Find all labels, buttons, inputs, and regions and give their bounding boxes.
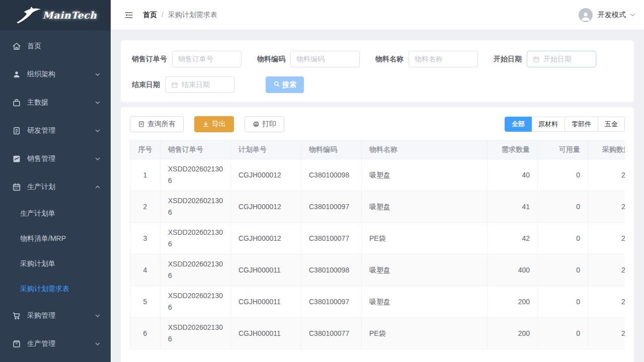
text-input[interactable]: 销售订单号 — [172, 51, 242, 67]
sidebar-item[interactable]: 首页 — [0, 32, 111, 60]
avatar — [579, 8, 593, 22]
sidebar-item[interactable]: 研发管理 — [0, 117, 111, 145]
cell-material_code: C380100097 — [301, 286, 362, 318]
table-row[interactable]: 6XSDD2026021306CGJH000011C380100077PE袋20… — [130, 318, 625, 349]
category-tab[interactable]: 五金 — [598, 117, 625, 132]
sidebar-item[interactable]: 组织架构 — [0, 60, 111, 88]
column-header: 需求数量 — [488, 141, 538, 159]
category-tab[interactable]: 原材料 — [532, 117, 565, 132]
sidebar-subitem[interactable]: 采购计划单 — [0, 251, 111, 277]
cell-purchase_qty: 2 — [588, 191, 625, 223]
cell-purchase_qty: 2 — [588, 254, 625, 286]
cell-material_name: 吸塑盘 — [362, 254, 488, 286]
calendar-icon — [533, 56, 540, 63]
main-area: 首页/采购计划需求表 开发模式 销售订单号销售订单号物料编码物料编码物料名称物料… — [111, 0, 644, 362]
category-tab[interactable]: 全部 — [505, 117, 532, 132]
category-tab[interactable]: 零部件 — [565, 117, 598, 132]
cell-sales_order_no: XSDD2026021306 — [160, 159, 231, 191]
filter-row-1: 销售订单号销售订单号物料编码物料编码物料名称物料名称开始日期开始日期 — [132, 51, 623, 67]
cell-sales_order_no: XSDD2026021306 — [160, 191, 231, 223]
table-body: 1XSDD2026021306CGJH000012C380100098吸塑盘40… — [130, 159, 625, 349]
sidebar-subitem[interactable]: 采购计划需求表 — [0, 277, 111, 302]
table-row[interactable]: 2XSDD2026021306CGJH000012C380100097吸塑盘41… — [130, 191, 625, 223]
sidebar-item-label: 主数据 — [27, 98, 95, 107]
user-icon — [12, 70, 21, 79]
chevron-down-icon — [629, 12, 636, 18]
table-row[interactable]: 3XSDD2026021306CGJH000012C380100077PE袋42… — [130, 223, 625, 254]
sidebar-subitem-label: 采购计划单 — [20, 259, 55, 268]
cell-available_qty: 0 — [538, 254, 588, 286]
filter-label: 开始日期 — [494, 55, 522, 64]
sidebar-item[interactable]: 主数据 — [0, 88, 111, 117]
sidebar-subitem[interactable]: 生产计划单 — [0, 201, 111, 226]
cell-material_code: C380100097 — [301, 191, 362, 223]
table-row[interactable]: 1XSDD2026021306CGJH000012C380100098吸塑盘40… — [130, 159, 625, 191]
sidebar-item-label: 采购管理 — [27, 311, 95, 320]
breadcrumb-home-link[interactable]: 首页 — [143, 11, 157, 19]
search-button[interactable]: 搜索 — [266, 76, 304, 93]
date-input[interactable]: 结束日期 — [165, 76, 234, 93]
export-label: 导出 — [212, 120, 226, 129]
cell-available_qty: 0 — [538, 223, 588, 254]
sidebar-collapse-icon[interactable] — [124, 10, 134, 20]
sidebar-subitem-label: 采购计划需求表 — [20, 285, 69, 294]
cell-sales_order_no: XSDD2026021306 — [160, 318, 231, 349]
column-header: 物料编码 — [301, 141, 362, 159]
query-all-button[interactable]: 查询所有 — [130, 116, 184, 132]
print-label: 打印 — [262, 120, 276, 129]
cell-seq: 3 — [130, 223, 160, 254]
sidebar-item[interactable]: 生产计划 — [0, 173, 111, 201]
input-placeholder: 物料名称 — [415, 55, 443, 64]
table-row[interactable]: 4XSDD2026021306CGJH000011C380100098吸塑盘40… — [130, 254, 625, 286]
cell-material_code: C380100077 — [301, 318, 362, 349]
cell-seq: 1 — [130, 159, 160, 191]
cell-seq: 5 — [130, 286, 160, 318]
cell-material_name: 吸塑盘 — [362, 286, 488, 318]
sidebar-subitem-label: 生产计划单 — [20, 209, 55, 218]
filter-group: 结束日期结束日期 — [132, 76, 234, 93]
page-content: 销售订单号销售订单号物料编码物料编码物料名称物料名称开始日期开始日期 结束日期结… — [111, 30, 644, 362]
sidebar-item[interactable]: 销售管理 — [0, 145, 111, 173]
printer-icon — [253, 121, 260, 128]
calendar-icon — [12, 183, 21, 192]
filter-group: 物料编码物料编码 — [257, 51, 360, 67]
cell-material_code: C380100098 — [301, 159, 362, 191]
cell-available_qty: 0 — [538, 191, 588, 223]
text-input[interactable]: 物料编码 — [290, 51, 360, 67]
date-input[interactable]: 开始日期 — [527, 51, 596, 67]
sidebar-subitem[interactable]: 物料清单/MRP — [0, 226, 111, 251]
sidebar-item[interactable]: 生产管理 — [0, 330, 111, 358]
table-row[interactable]: 5XSDD2026021306CGJH000011C380100097吸塑盘20… — [130, 286, 625, 318]
breadcrumb: 首页/采购计划需求表 — [143, 11, 217, 20]
cell-plan_no: CGJH000011 — [231, 254, 301, 286]
home-icon — [12, 42, 21, 51]
cell-available_qty: 0 — [538, 286, 588, 318]
print-button[interactable]: 打印 — [245, 116, 284, 132]
export-button[interactable]: 导出 — [194, 116, 234, 132]
chevron-down-icon — [95, 128, 101, 134]
cell-demand_qty: 400 — [488, 254, 538, 286]
column-header: 可用量 — [538, 141, 588, 159]
cell-demand_qty: 42 — [488, 223, 538, 254]
cell-demand_qty: 41 — [488, 191, 538, 223]
table-panel: 查询所有 导出 打印 全部原材料零部件五金 — [121, 107, 634, 362]
breadcrumb-current: 采购计划需求表 — [168, 11, 217, 19]
user-mode-label: 开发模式 — [598, 11, 626, 20]
chevron-down-icon — [95, 313, 101, 319]
brand-swoosh-icon — [14, 5, 42, 26]
input-placeholder: 开始日期 — [543, 55, 572, 64]
cell-purchase_qty: 2 — [588, 318, 625, 349]
cell-material_code: C380100077 — [301, 223, 362, 254]
cell-plan_no: CGJH000012 — [231, 223, 301, 254]
user-menu[interactable]: 开发模式 — [579, 8, 636, 22]
sidebar-item[interactable]: 采购管理 — [0, 302, 111, 330]
cart-icon — [12, 311, 21, 320]
sidebar-item-label: 生产管理 — [27, 339, 95, 348]
cell-plan_no: CGJH000012 — [231, 159, 301, 191]
text-input[interactable]: 物料名称 — [409, 51, 478, 67]
filter-label: 销售订单号 — [132, 55, 167, 64]
input-placeholder: 物料编码 — [296, 55, 325, 64]
cell-material_name: 吸塑盘 — [362, 191, 488, 223]
search-button-label: 搜索 — [282, 80, 296, 89]
filter-label: 结束日期 — [132, 80, 160, 89]
